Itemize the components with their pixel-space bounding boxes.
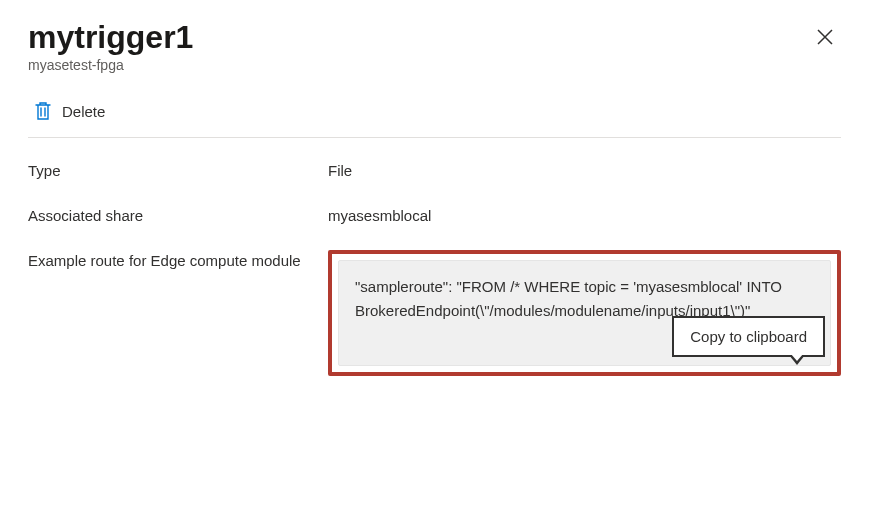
page-title: mytrigger1 [28,20,193,55]
associated-share-label: Associated share [28,205,328,224]
copy-tooltip: Copy to clipboard [672,316,825,357]
trash-icon [34,101,52,121]
divider [28,137,841,138]
example-route-label: Example route for Edge compute module [28,250,328,269]
delete-button[interactable]: Delete [28,97,111,125]
type-value: File [328,160,352,179]
type-label: Type [28,160,328,179]
associated-share-value: myasesmblocal [328,205,431,224]
close-button[interactable] [809,20,841,56]
close-icon [817,29,833,45]
highlight-frame: "sampleroute": "FROM /* WHERE topic = 'm… [328,250,841,376]
page-subtitle: myasetest-fpga [28,57,193,73]
route-code-text: "sampleroute": "FROM /* WHERE topic = 'm… [355,278,782,319]
delete-label: Delete [62,103,105,120]
